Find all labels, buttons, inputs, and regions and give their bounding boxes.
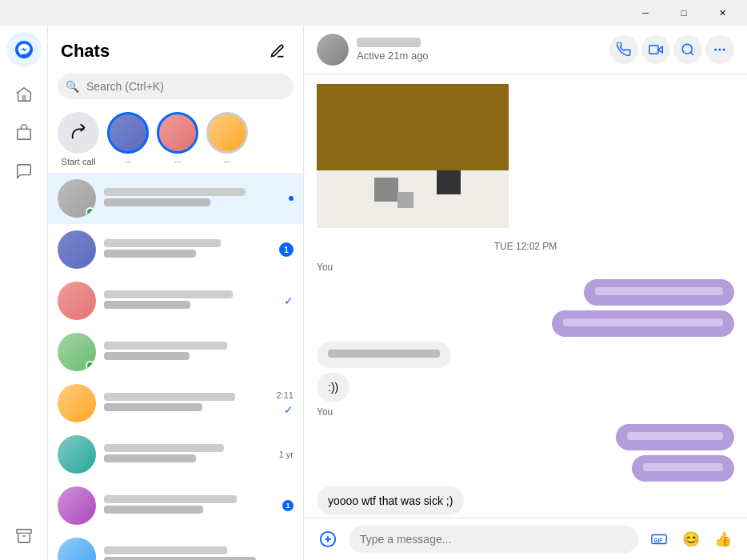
chat-item-meta: 1 xyxy=(282,500,294,511)
close-button[interactable]: ✕ xyxy=(704,0,741,26)
chat-item-name xyxy=(104,546,227,554)
contact-status: Active 21m ago xyxy=(357,50,601,62)
svg-rect-1 xyxy=(22,95,26,101)
mc-eye-extra xyxy=(397,192,413,208)
chat-item-with-indicator: 1 xyxy=(48,480,303,531)
app-body: Chats 🔍 Star xyxy=(0,26,747,560)
chat-item[interactable]: 1 xyxy=(48,480,303,531)
video-call-button[interactable] xyxy=(641,35,670,64)
chat-item[interactable] xyxy=(48,173,303,224)
svg-marker-6 xyxy=(658,46,662,53)
maximize-button[interactable]: □ xyxy=(665,0,702,26)
start-call-button[interactable] xyxy=(58,112,99,154)
chat-item-time: 2:11 xyxy=(277,390,294,400)
sidebar-item-chats[interactable] xyxy=(6,154,42,189)
chat-item-content xyxy=(104,444,271,465)
start-call-label: Start call xyxy=(62,157,96,166)
msg-text-blur xyxy=(595,287,723,295)
chat-item-name xyxy=(104,188,246,196)
chat-item-name xyxy=(104,239,221,247)
chat-item-preview xyxy=(104,403,202,411)
chat-item-content xyxy=(104,290,276,311)
unread-badge: 1 xyxy=(279,242,294,257)
chat-list-title: Chats xyxy=(61,41,110,62)
story-item-3[interactable]: ··· xyxy=(206,112,248,166)
search-chat-button[interactable] xyxy=(673,35,702,64)
svg-rect-7 xyxy=(649,46,658,54)
chat-item-content xyxy=(104,546,294,560)
sidebar-item-archive[interactable] xyxy=(6,518,42,554)
mc-eye-left xyxy=(374,178,398,202)
read-check: ✓ xyxy=(284,403,294,416)
message-row-in: :)) xyxy=(317,373,734,403)
chat-item-preview xyxy=(104,557,256,560)
emoji-button[interactable]: 😊 xyxy=(677,525,705,554)
sidebar-item-marketplace[interactable] xyxy=(6,115,42,150)
message-row-out xyxy=(317,424,734,452)
svg-rect-3 xyxy=(16,530,30,534)
message-bubble: :)) xyxy=(317,373,350,402)
sidebar-item-messenger[interactable] xyxy=(6,32,42,67)
svg-point-10 xyxy=(719,49,721,51)
chat-input-area: GIF 😊 👍 xyxy=(304,518,747,560)
minimize-button[interactable]: ─ xyxy=(627,0,664,26)
chat-item-meta: 2:11 ✓ xyxy=(277,390,294,416)
phone-call-button[interactable] xyxy=(609,35,638,64)
contact-name xyxy=(357,38,601,47)
chat-item[interactable]: 1 yr xyxy=(48,429,303,480)
chat-header-avatar xyxy=(317,34,349,66)
message-input-wrap xyxy=(349,526,638,553)
message-input[interactable] xyxy=(360,533,627,546)
chat-item-meta: 1 xyxy=(279,242,294,257)
chat-avatar xyxy=(58,179,96,218)
story-label-3: ··· xyxy=(223,157,230,166)
mc-hair xyxy=(317,84,509,170)
image-message xyxy=(317,84,509,228)
chat-avatar xyxy=(58,486,96,525)
more-options-button[interactable] xyxy=(705,35,734,64)
chat-avatar xyxy=(58,230,96,269)
chat-item-preview xyxy=(104,352,190,360)
gif-button[interactable]: GIF xyxy=(645,525,673,554)
chat-item-preview xyxy=(104,198,210,206)
chat-item[interactable] xyxy=(48,326,303,378)
search-bar: 🔍 xyxy=(58,74,294,99)
mc-eye-right xyxy=(437,170,461,194)
start-call-item[interactable]: Start call xyxy=(58,112,99,166)
chat-avatar xyxy=(58,282,96,320)
chat-item-preview xyxy=(104,301,190,309)
chat-avatar xyxy=(58,538,96,560)
chat-item[interactable] xyxy=(48,531,303,560)
chat-avatar xyxy=(58,384,96,422)
chat-item-content xyxy=(104,188,281,209)
message-row-out xyxy=(317,310,734,338)
input-right-actions: GIF 😊 👍 xyxy=(645,525,737,554)
online-indicator xyxy=(86,361,95,370)
chat-item-name xyxy=(104,393,235,401)
search-input[interactable] xyxy=(58,74,294,99)
chat-item[interactable]: 2:11 ✓ xyxy=(48,378,303,429)
chat-item[interactable]: ✓ xyxy=(48,275,303,326)
chat-item-meta xyxy=(289,196,294,201)
you-label-2: You xyxy=(317,406,734,418)
svg-point-11 xyxy=(723,49,725,51)
compose-button[interactable] xyxy=(265,38,290,64)
chat-item-preview xyxy=(104,506,203,514)
chat-item[interactable]: 1 xyxy=(48,224,303,275)
sidebar-item-home[interactable] xyxy=(6,77,42,112)
svg-point-9 xyxy=(714,49,717,51)
chat-item-content xyxy=(104,342,294,362)
message-row-out xyxy=(317,279,734,307)
chat-header-actions xyxy=(609,35,734,64)
add-content-button[interactable] xyxy=(314,525,342,554)
story-item-2[interactable]: ··· xyxy=(157,112,198,166)
msg-text-blur xyxy=(627,432,723,440)
message-bubble xyxy=(317,342,451,368)
story-avatar-1 xyxy=(107,112,149,154)
like-button[interactable]: 👍 xyxy=(709,525,737,554)
badge-count: 1 xyxy=(286,502,290,510)
chat-item-preview xyxy=(104,454,196,462)
story-item-1[interactable]: ··· xyxy=(107,112,149,166)
story-label-2: ··· xyxy=(174,157,181,166)
message-bubble xyxy=(552,310,734,337)
